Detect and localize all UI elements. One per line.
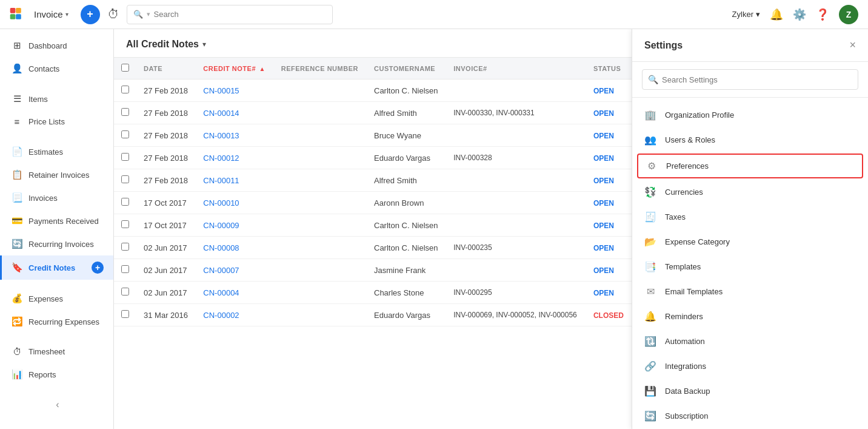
user-menu[interactable]: Zylker ▾ bbox=[732, 10, 760, 19]
row-checkbox[interactable] bbox=[121, 265, 129, 273]
row-credit-note[interactable]: CN-00008 bbox=[196, 237, 273, 259]
row-reference bbox=[274, 192, 367, 214]
credit-note-link[interactable]: CN-00004 bbox=[203, 288, 239, 297]
settings-item-reminders[interactable]: 🔔 Reminders bbox=[632, 304, 868, 329]
credit-note-link[interactable]: CN-00009 bbox=[203, 221, 239, 230]
avatar[interactable]: Z bbox=[839, 5, 858, 24]
sidebar-collapse-button[interactable]: ‹ bbox=[0, 393, 113, 416]
row-checkbox[interactable] bbox=[121, 310, 129, 318]
row-credit-note[interactable]: CN-00009 bbox=[196, 214, 273, 237]
row-checkbox-cell[interactable] bbox=[114, 169, 136, 192]
logo-area[interactable]: Invoice ▾ bbox=[10, 8, 68, 21]
credit-note-link[interactable]: CN-00013 bbox=[203, 131, 239, 140]
row-checkbox[interactable] bbox=[121, 220, 129, 228]
sidebar-item-items[interactable]: ☰ Items bbox=[0, 87, 113, 110]
settings-item-integrations[interactable]: 🔗 Integrations bbox=[632, 354, 868, 379]
row-checkbox[interactable] bbox=[121, 288, 129, 296]
row-checkbox-cell[interactable] bbox=[114, 79, 136, 102]
search-input[interactable] bbox=[154, 10, 326, 19]
row-checkbox[interactable] bbox=[121, 153, 129, 161]
credit-note-link[interactable]: CN-00015 bbox=[203, 86, 239, 95]
row-checkbox[interactable] bbox=[121, 108, 129, 116]
settings-item-org-profile[interactable]: 🏢 Organization Profile bbox=[632, 103, 868, 127]
sidebar-item-recurring-invoices[interactable]: 🔄 Recurring Invoices bbox=[0, 232, 113, 255]
row-credit-note[interactable]: CN-00013 bbox=[196, 124, 273, 147]
settings-item-users-roles[interactable]: 👥 Users & Roles bbox=[632, 127, 868, 152]
row-checkbox[interactable] bbox=[121, 198, 129, 206]
select-all-header[interactable] bbox=[114, 58, 136, 79]
row-credit-note[interactable]: CN-00002 bbox=[196, 304, 273, 326]
sidebar-item-retainer-invoices[interactable]: 📋 Retainer Invoices bbox=[0, 163, 113, 186]
search-dropdown-icon[interactable]: ▾ bbox=[147, 10, 150, 18]
settings-item-subscription[interactable]: 🔄 Subscription bbox=[632, 404, 868, 428]
row-credit-note[interactable]: CN-00012 bbox=[196, 147, 273, 169]
settings-search-input[interactable] bbox=[642, 69, 858, 90]
row-checkbox-cell[interactable] bbox=[114, 304, 136, 326]
credit-note-link[interactable]: CN-00007 bbox=[203, 266, 239, 275]
row-credit-note[interactable]: CN-00004 bbox=[196, 282, 273, 304]
sidebar-item-dashboard[interactable]: ⊞ Dashboard bbox=[0, 34, 113, 57]
sidebar-item-estimates[interactable]: 📄 Estimates bbox=[0, 140, 113, 163]
date-column-header: DATE bbox=[136, 58, 196, 79]
credit-note-link[interactable]: CN-00014 bbox=[203, 109, 239, 118]
credit-note-link[interactable]: CN-00002 bbox=[203, 311, 239, 320]
row-checkbox[interactable] bbox=[121, 130, 129, 138]
sidebar-item-credit-notes[interactable]: 🔖 Credit Notes + bbox=[0, 255, 113, 280]
credit-note-link[interactable]: CN-00012 bbox=[203, 154, 239, 163]
credit-notes-add-button[interactable]: + bbox=[92, 262, 104, 274]
sidebar-item-expenses[interactable]: 💰 Expenses bbox=[0, 287, 113, 310]
settings-item-expense-category[interactable]: 📂 Expense Category bbox=[632, 229, 868, 254]
history-button[interactable]: ⏱ bbox=[107, 7, 119, 21]
row-checkbox[interactable] bbox=[121, 175, 129, 183]
row-checkbox-cell[interactable] bbox=[114, 124, 136, 147]
help-icon[interactable]: ❓ bbox=[816, 8, 829, 21]
templates-label: Templates bbox=[665, 262, 701, 271]
row-checkbox-cell[interactable] bbox=[114, 282, 136, 304]
sidebar-item-timesheet[interactable]: ⏱ Timesheet bbox=[0, 340, 113, 363]
row-checkbox[interactable] bbox=[121, 243, 129, 251]
row-credit-note[interactable]: CN-00014 bbox=[196, 102, 273, 124]
add-new-button[interactable]: + bbox=[81, 5, 100, 24]
settings-item-preferences[interactable]: ⚙ Preferences bbox=[637, 154, 863, 178]
row-credit-note[interactable]: CN-00015 bbox=[196, 79, 273, 102]
row-checkbox[interactable] bbox=[121, 86, 129, 93]
credit-note-link[interactable]: CN-00011 bbox=[203, 176, 239, 185]
credit-note-link[interactable]: CN-00010 bbox=[203, 198, 239, 208]
credit-note-column-header[interactable]: CREDIT NOTE# ▲ bbox=[196, 58, 273, 79]
row-checkbox-cell[interactable] bbox=[114, 259, 136, 282]
row-credit-note[interactable]: CN-00010 bbox=[196, 192, 273, 214]
settings-icon[interactable]: ⚙️ bbox=[793, 8, 806, 21]
settings-item-templates[interactable]: 📑 Templates bbox=[632, 254, 868, 279]
row-checkbox-cell[interactable] bbox=[114, 102, 136, 124]
row-credit-note[interactable]: CN-00011 bbox=[196, 169, 273, 192]
settings-item-taxes[interactable]: 🧾 Taxes bbox=[632, 204, 868, 229]
select-all-checkbox[interactable] bbox=[121, 64, 129, 72]
row-checkbox-cell[interactable] bbox=[114, 147, 136, 169]
settings-item-data-backup[interactable]: 💾 Data Backup bbox=[632, 379, 868, 404]
search-bar[interactable]: 🔍 ▾ bbox=[127, 5, 333, 24]
row-credit-note[interactable]: CN-00007 bbox=[196, 259, 273, 282]
content-title-dropdown-icon[interactable]: ▾ bbox=[202, 40, 206, 49]
settings-header: Settings × bbox=[632, 29, 868, 62]
sidebar-item-label: Recurring Expenses bbox=[28, 317, 99, 326]
user-name-label: Zylker bbox=[732, 10, 753, 19]
sidebar-item-label: Contacts bbox=[28, 64, 59, 73]
row-checkbox-cell[interactable] bbox=[114, 214, 136, 237]
sidebar-item-price-lists[interactable]: ≡ Price Lists bbox=[0, 110, 113, 133]
row-checkbox-cell[interactable] bbox=[114, 192, 136, 214]
sidebar-item-contacts[interactable]: 👤 Contacts bbox=[0, 57, 113, 80]
notifications-icon[interactable]: 🔔 bbox=[770, 8, 783, 21]
row-customer: Carlton C. Nielsen bbox=[367, 79, 446, 102]
app-title-chevron-icon[interactable]: ▾ bbox=[65, 11, 68, 18]
settings-item-email-templates[interactable]: ✉ Email Templates bbox=[632, 279, 868, 304]
sidebar-item-label: Dashboard bbox=[28, 41, 67, 50]
settings-item-currencies[interactable]: 💱 Currencies bbox=[632, 180, 868, 204]
row-checkbox-cell[interactable] bbox=[114, 237, 136, 259]
sidebar-item-invoices[interactable]: 📃 Invoices bbox=[0, 186, 113, 209]
credit-note-link[interactable]: CN-00008 bbox=[203, 243, 239, 252]
sidebar-item-payments-received[interactable]: 💳 Payments Received bbox=[0, 209, 113, 232]
settings-item-automation[interactable]: 🔃 Automation bbox=[632, 329, 868, 354]
sidebar-item-recurring-expenses[interactable]: 🔁 Recurring Expenses bbox=[0, 310, 113, 333]
settings-close-button[interactable]: × bbox=[849, 39, 856, 52]
sidebar-item-reports[interactable]: 📊 Reports bbox=[0, 363, 113, 386]
